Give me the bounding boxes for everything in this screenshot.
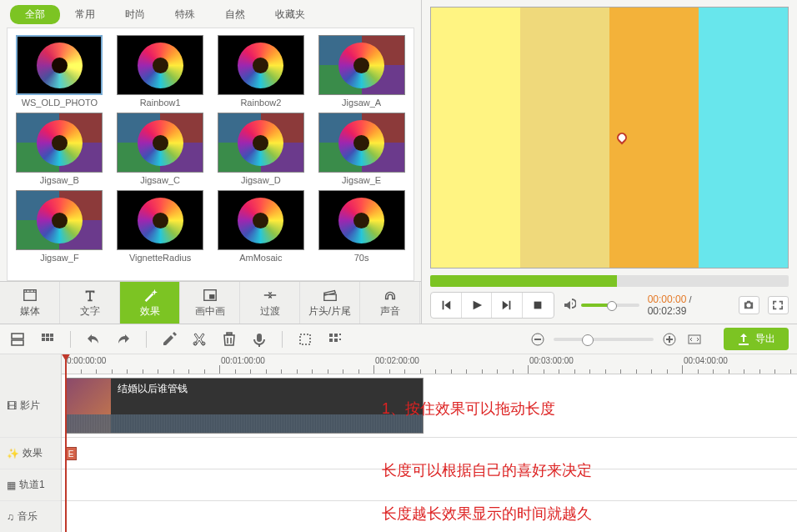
film-icon: 🎞 xyxy=(7,400,17,412)
delete-button[interactable] xyxy=(220,330,238,349)
timeline-toolbar: 导出 xyxy=(0,324,797,354)
effect-label: 70s xyxy=(354,253,369,263)
trans-icon xyxy=(262,288,278,303)
tab-all[interactable]: 全部 xyxy=(10,5,60,24)
time-display: 00:00:00 / 00:02:39 xyxy=(648,294,730,317)
audio-waveform xyxy=(66,414,423,433)
tab-fashion[interactable]: 时尚 xyxy=(110,5,160,24)
mode-trans[interactable]: 过渡 xyxy=(240,282,300,324)
prev-frame-button[interactable] xyxy=(431,293,462,318)
zoom-fit-button[interactable] xyxy=(685,330,704,349)
effect-thumb[interactable] xyxy=(318,35,405,95)
edit-button[interactable] xyxy=(160,330,178,349)
zoom-out-button[interactable] xyxy=(529,330,547,349)
preview-panel: 00:00:00 / 00:02:39 xyxy=(422,0,797,324)
switch-mode-button[interactable] xyxy=(8,330,27,349)
effect-label: AmMosaic xyxy=(239,253,282,263)
grid-view-button[interactable] xyxy=(38,330,57,349)
effects-track[interactable]: E xyxy=(62,438,797,469)
playback-controls: 00:00:00 / 00:02:39 xyxy=(430,287,789,320)
effect-thumb[interactable] xyxy=(16,190,103,250)
crop-button[interactable] xyxy=(296,330,314,349)
effect-thumb[interactable] xyxy=(117,113,203,173)
mode-wand[interactable]: 效果 xyxy=(120,282,180,324)
track-1[interactable] xyxy=(62,469,797,501)
voiceover-button[interactable] xyxy=(250,330,268,349)
tracks-area[interactable]: 0:00:00:0000:01:00:0000:02:00:0000:03:00… xyxy=(62,354,797,532)
svg-rect-3 xyxy=(534,302,542,309)
tab-favorites[interactable]: 收藏夹 xyxy=(260,5,320,24)
tab-special[interactable]: 特殊 xyxy=(160,5,210,24)
mode-pip[interactable]: 画中画 xyxy=(180,282,240,324)
snapshot-button[interactable] xyxy=(739,296,759,314)
category-tabs: 全部 常用 时尚 特殊 自然 收藏夹 xyxy=(0,0,421,28)
effect-label: Jigsaw_D xyxy=(241,175,281,185)
effect-label: Jigsaw_E xyxy=(342,175,381,185)
pip-icon xyxy=(202,288,218,303)
scrub-bar[interactable] xyxy=(430,275,789,287)
zoom-slider[interactable] xyxy=(554,338,654,341)
zoom-control xyxy=(529,330,704,349)
track-label-video[interactable]: 🎞影片 xyxy=(0,374,61,438)
film-icon xyxy=(22,288,38,303)
track-label-music[interactable]: ♫音乐 xyxy=(0,501,61,532)
effect-thumb[interactable] xyxy=(318,190,405,250)
effect-label: Rainbow2 xyxy=(240,98,281,108)
ruler-mark: 00:01:00:00 xyxy=(221,356,265,365)
redo-button[interactable] xyxy=(114,330,133,349)
mode-clap[interactable]: 片头/片尾 xyxy=(300,282,360,324)
effects-gallery[interactable]: WS_OLD_PHOTORainbow1Rainbow2Jigsaw_AJigs… xyxy=(7,28,414,281)
mode-head[interactable]: 声音 xyxy=(360,282,420,324)
volume-control[interactable] xyxy=(563,299,639,312)
fullscreen-button[interactable] xyxy=(768,296,789,314)
clip-title: 结婚以后谁管钱 xyxy=(111,379,194,399)
effect-thumb[interactable] xyxy=(218,35,304,95)
tab-nature[interactable]: 自然 xyxy=(210,5,260,24)
music-icon: ♫ xyxy=(7,511,14,523)
svg-rect-4 xyxy=(300,334,310,344)
zoom-in-button[interactable] xyxy=(660,330,679,349)
effect-thumb[interactable] xyxy=(117,35,203,95)
music-track[interactable] xyxy=(62,501,797,532)
effect-thumb[interactable] xyxy=(16,113,103,173)
ruler-mark: 00:02:00:00 xyxy=(375,356,419,365)
play-button[interactable] xyxy=(462,293,493,318)
svg-rect-2 xyxy=(209,294,214,299)
effect-label: Jigsaw_A xyxy=(342,98,381,108)
time-ruler[interactable]: 0:00:00:0000:01:00:0000:02:00:0000:03:00… xyxy=(62,354,797,374)
head-icon xyxy=(382,288,398,303)
effect-clip[interactable]: E xyxy=(65,447,77,460)
effect-thumb[interactable] xyxy=(218,113,304,173)
cut-button[interactable] xyxy=(190,330,208,349)
mode-text[interactable]: 文字 xyxy=(60,282,120,324)
track-label-fx[interactable]: ✨效果 xyxy=(0,438,61,469)
next-frame-button[interactable] xyxy=(492,293,523,318)
export-button[interactable]: 导出 xyxy=(724,328,789,350)
export-icon xyxy=(737,334,750,345)
playhead-cursor[interactable] xyxy=(65,354,67,532)
effect-thumb[interactable] xyxy=(117,190,203,250)
effect-thumb[interactable] xyxy=(218,190,304,250)
text-icon xyxy=(82,288,98,303)
track-labels: 🎞影片 ✨效果 ▦轨道1 ♫音乐 xyxy=(0,354,62,532)
video-track[interactable]: 结婚以后谁管钱 xyxy=(62,374,797,438)
video-clip[interactable]: 结婚以后谁管钱 xyxy=(65,378,424,434)
effect-label: Jigsaw_B xyxy=(40,175,79,185)
ruler-mark: 00:03:00:00 xyxy=(529,356,574,365)
tab-common[interactable]: 常用 xyxy=(60,5,110,24)
video-preview[interactable] xyxy=(430,7,789,269)
effect-label: Jigsaw_C xyxy=(140,175,180,185)
undo-button[interactable] xyxy=(84,330,103,349)
effect-thumb[interactable] xyxy=(318,113,405,173)
clap-icon xyxy=(322,288,338,303)
effect-label: Rainbow1 xyxy=(140,98,181,108)
track-label-1[interactable]: ▦轨道1 xyxy=(0,469,61,501)
mode-film[interactable]: 媒体 xyxy=(0,282,60,324)
timeline: 🎞影片 ✨效果 ▦轨道1 ♫音乐 0:00:00:0000:01:00:0000… xyxy=(0,354,797,532)
volume-slider[interactable] xyxy=(581,304,639,307)
wand-icon xyxy=(142,288,158,303)
stop-button[interactable] xyxy=(523,293,554,318)
effect-thumb[interactable] xyxy=(16,35,103,95)
effect-label: WS_OLD_PHOTO xyxy=(22,98,98,108)
mosaic-button[interactable] xyxy=(326,330,344,349)
